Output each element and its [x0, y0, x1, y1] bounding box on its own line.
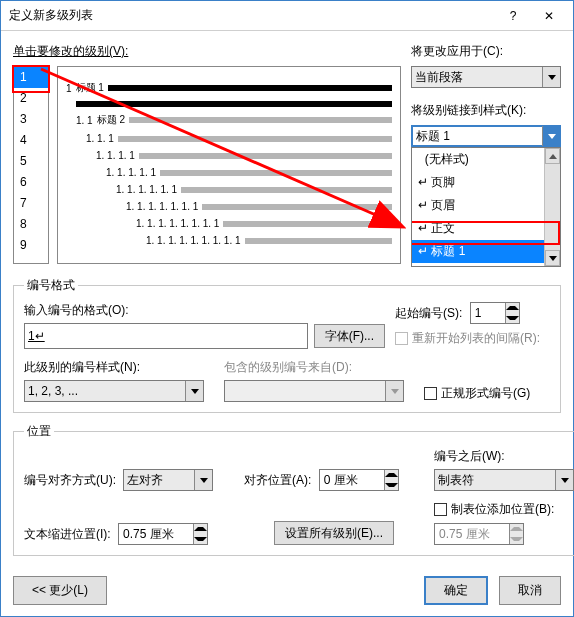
spin-down-icon[interactable] [385, 480, 398, 490]
chevron-down-icon[interactable] [185, 381, 203, 401]
style-option-selected[interactable]: ↵ 标题 1 [412, 240, 560, 263]
level-item[interactable]: 8 [14, 214, 48, 235]
spin-down-icon[interactable] [506, 313, 519, 323]
start-number-spinner[interactable]: 1 [470, 302, 520, 324]
restart-checkbox: 重新开始列表的间隔(R): [395, 330, 540, 347]
include-from-label: 包含的级别编号来自(D): [224, 360, 352, 374]
dialog-footer: << 更少(L) 确定 取消 [1, 570, 573, 615]
style-option[interactable]: ↵ 页眉 [412, 194, 560, 217]
ok-button[interactable]: 确定 [424, 576, 488, 605]
follow-select[interactable] [434, 469, 574, 491]
numbering-preview: 1标题 11. 1标题 21. 1. 11. 1. 1. 11. 1. 1. 1… [57, 66, 401, 264]
chevron-down-icon[interactable] [542, 67, 560, 87]
follow-label: 编号之后(W): [434, 449, 505, 463]
scrollbar[interactable] [544, 148, 560, 266]
number-style-label: 此级别的编号样式(N): [24, 360, 140, 374]
close-icon: ✕ [544, 9, 554, 23]
level-item[interactable]: 9 [14, 235, 48, 256]
style-option[interactable]: 1三 标题 2 [412, 263, 560, 267]
link-style-label: 将级别链接到样式(K): [411, 103, 526, 117]
format-input-label: 输入编号的格式(O): [24, 303, 129, 317]
add-tabstop-checkbox[interactable]: 制表位添加位置(B): [434, 501, 554, 518]
cancel-button[interactable]: 取消 [499, 576, 561, 605]
level-item[interactable]: 5 [14, 151, 48, 172]
level-item[interactable]: 7 [14, 193, 48, 214]
start-number-label: 起始编号(S): [395, 306, 462, 320]
style-option[interactable]: ↵ 页脚 [412, 171, 560, 194]
less-button[interactable]: << 更少(L) [13, 576, 107, 605]
align-label: 编号对齐方式(U): [24, 473, 116, 487]
position-legend: 位置 [24, 423, 54, 440]
style-listbox[interactable]: (无样式) ↵ 页脚 ↵ 页眉 ↵ 正文 ↵ 标题 1 1三 标题 2 [411, 147, 561, 267]
close-button[interactable]: ✕ [531, 3, 567, 29]
chevron-down-icon[interactable] [194, 470, 212, 490]
link-style-select[interactable] [411, 125, 561, 147]
apply-to-select[interactable] [411, 66, 561, 88]
tabstop-spinner: 0.75 厘米 [434, 523, 524, 545]
dialog-title: 定义新多级列表 [9, 7, 495, 24]
align-position-spinner[interactable]: 0 厘米 [319, 469, 399, 491]
style-option[interactable]: (无样式) [412, 148, 560, 171]
titlebar: 定义新多级列表 ? ✕ [1, 1, 573, 31]
text-indent-spinner[interactable]: 0.75 厘米 [118, 523, 208, 545]
spin-up-icon[interactable] [506, 303, 519, 313]
level-list[interactable]: 1 2 3 4 5 6 7 8 9 [13, 66, 49, 264]
level-item[interactable]: 6 [14, 172, 48, 193]
spin-up-icon[interactable] [194, 524, 207, 534]
level-item[interactable]: 1 [14, 67, 48, 88]
dialog-window: 定义新多级列表 ? ✕ 单击要修改的级别(V): 1 2 3 4 5 6 7 [0, 0, 574, 617]
help-icon: ? [510, 9, 517, 23]
format-group: 编号格式 输入编号的格式(O): 字体(F)... 起始编号(S): 1 [13, 277, 561, 413]
font-button[interactable]: 字体(F)... [314, 324, 385, 348]
legal-format-checkbox[interactable]: 正规形式编号(G) [424, 385, 530, 402]
levels-label: 单击要修改的级别(V): [13, 44, 128, 58]
scroll-up-icon[interactable] [545, 148, 560, 164]
help-button[interactable]: ? [495, 3, 531, 29]
number-style-select[interactable] [24, 380, 204, 402]
scroll-down-icon[interactable] [545, 250, 560, 266]
level-item[interactable]: 4 [14, 130, 48, 151]
include-from-select [224, 380, 404, 402]
alignpos-label: 对齐位置(A): [244, 473, 311, 487]
spin-up-icon[interactable] [385, 470, 398, 480]
position-group: 位置 编号对齐方式(U): 对齐位置(A): 0 厘米 [13, 423, 574, 556]
style-option[interactable]: ↵ 正文 [412, 217, 560, 240]
spin-down-icon[interactable] [194, 534, 207, 544]
number-format-input[interactable] [24, 323, 308, 349]
chevron-down-icon[interactable] [555, 470, 573, 490]
level-item[interactable]: 2 [14, 88, 48, 109]
level-item[interactable]: 3 [14, 109, 48, 130]
chevron-down-icon[interactable] [542, 126, 560, 146]
apply-to-label: 将更改应用于(C): [411, 44, 503, 58]
format-legend: 编号格式 [24, 277, 78, 294]
chevron-down-icon [385, 381, 403, 401]
indent-label: 文本缩进位置(I): [24, 527, 111, 541]
set-all-levels-button[interactable]: 设置所有级别(E)... [274, 521, 394, 545]
